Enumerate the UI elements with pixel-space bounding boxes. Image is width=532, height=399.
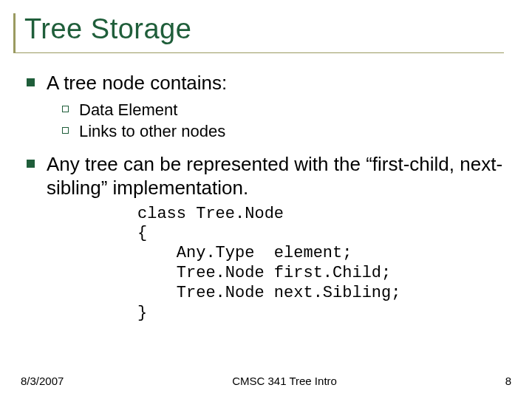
sub-bullet-list: Data Element Links to other nodes xyxy=(27,100,511,142)
sub-bullet-text: Links to other nodes xyxy=(79,121,225,142)
content-area: A tree node contains: Data Element Links… xyxy=(13,71,511,323)
bullet-text: A tree node contains: xyxy=(47,71,227,95)
hollow-square-bullet-icon xyxy=(62,106,69,112)
slide-title: Tree Storage xyxy=(24,13,504,45)
sub-bullet-text: Data Element xyxy=(79,100,177,120)
title-container: Tree Storage xyxy=(13,13,504,53)
bullet-level2: Links to other nodes xyxy=(62,121,511,142)
bullet-level2: Data Element xyxy=(62,100,511,120)
square-bullet-icon xyxy=(27,78,35,86)
footer-page-number: 8 xyxy=(505,375,511,387)
hollow-square-bullet-icon xyxy=(62,127,69,134)
slide: Tree Storage A tree node contains: Data … xyxy=(0,0,532,399)
square-bullet-icon xyxy=(27,160,35,168)
code-block: class Tree.Node { Any.Type element; Tree… xyxy=(27,205,511,324)
bullet-level1: A tree node contains: xyxy=(27,71,511,95)
footer-date: 8/3/2007 xyxy=(21,375,64,387)
bullet-text: Any tree can be represented with the “fi… xyxy=(47,152,511,200)
bullet-level1: Any tree can be represented with the “fi… xyxy=(27,152,511,200)
slide-footer: 8/3/2007 CMSC 341 Tree Intro 8 xyxy=(0,375,532,387)
footer-course: CMSC 341 Tree Intro xyxy=(64,375,505,387)
